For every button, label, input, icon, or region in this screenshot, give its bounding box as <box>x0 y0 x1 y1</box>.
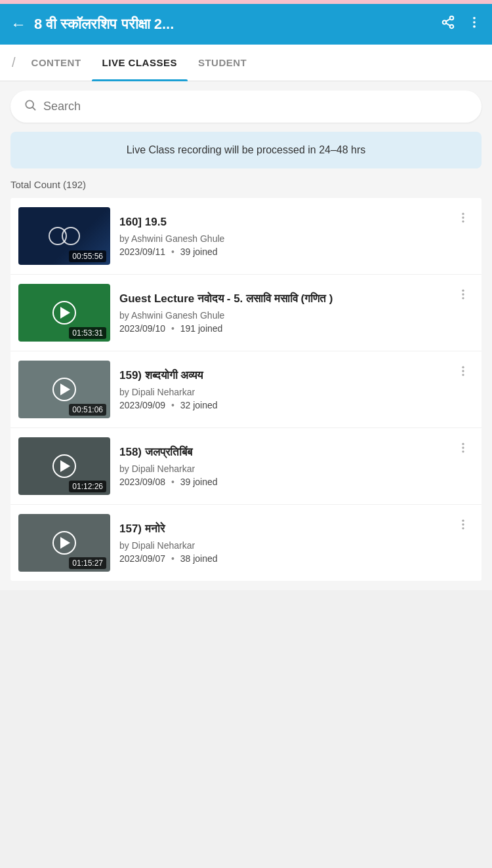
video-info: 158) जलप्रतिबिंब by Dipali Neharkar 2023… <box>119 445 443 486</box>
video-thumbnail[interactable]: 01:12:26 <box>18 437 110 495</box>
dot: • <box>171 553 174 564</box>
tab-bar: / CONTENT LIVE CLASSES STUDENT <box>0 45 492 81</box>
list-item[interactable]: 01:12:26 158) जलप्रतिबिंब by Dipali Neha… <box>10 428 482 505</box>
video-thumbnail[interactable]: 01:15:27 <box>18 514 110 572</box>
more-options-button[interactable] <box>453 515 474 538</box>
video-author: by Dipali Neharkar <box>119 540 443 551</box>
video-meta: 2023/09/10 • 191 joined <box>119 323 443 334</box>
video-joined: 39 joined <box>180 477 218 487</box>
video-title: 157) मनोरे <box>119 522 443 536</box>
tab-live-classes[interactable]: LIVE CLASSES <box>92 45 188 81</box>
play-button-icon[interactable] <box>52 301 76 325</box>
video-author: by Ashwini Ganesh Ghule <box>119 233 443 244</box>
tab-slash: / <box>7 55 21 70</box>
video-duration: 00:55:56 <box>69 250 106 262</box>
play-button-icon[interactable] <box>52 454 76 478</box>
play-triangle <box>60 537 70 549</box>
search-bar[interactable] <box>10 90 482 123</box>
info-banner: Live Class recording will be processed i… <box>10 132 482 168</box>
svg-line-3 <box>446 23 450 26</box>
video-duration: 00:51:06 <box>69 404 106 416</box>
svg-point-18 <box>462 374 464 376</box>
svg-point-6 <box>473 21 476 24</box>
no-play-icon <box>49 227 80 245</box>
video-meta: 2023/09/09 • 32 joined <box>119 400 443 410</box>
svg-point-11 <box>462 216 464 218</box>
list-item[interactable]: 01:15:27 157) मनोरे by Dipali Neharkar 2… <box>10 505 482 581</box>
main-content: Live Class recording will be processed i… <box>0 81 492 590</box>
video-duration: 01:53:31 <box>69 327 106 339</box>
more-options-button[interactable] <box>453 285 474 307</box>
dot: • <box>171 477 174 487</box>
list-item[interactable]: 00:51:06 159) शब्दयोगी अव्यय by Dipali N… <box>10 351 482 428</box>
play-button-icon[interactable] <box>52 531 76 555</box>
play-button-icon[interactable] <box>52 378 76 401</box>
svg-point-23 <box>462 523 464 525</box>
search-input[interactable] <box>43 100 468 113</box>
video-date: 2023/09/07 <box>119 553 165 564</box>
video-thumbnail[interactable]: 01:53:31 <box>18 284 110 342</box>
more-vertical-icon[interactable] <box>467 15 482 33</box>
video-author: by Ashwini Ganesh Ghule <box>119 310 443 321</box>
video-info: 159) शब्दयोगी अव्यय by Dipali Neharkar 2… <box>119 368 443 410</box>
svg-point-19 <box>462 443 464 445</box>
svg-line-9 <box>33 108 35 110</box>
tab-content[interactable]: CONTENT <box>21 45 92 81</box>
page-title: 8 वी स्कॉलरशिप परीक्षा 2... <box>34 16 433 33</box>
tab-student[interactable]: STUDENT <box>188 45 257 81</box>
video-info: 160] 19.5 by Ashwini Ganesh Ghule 2023/0… <box>119 215 443 256</box>
svg-point-16 <box>462 366 464 368</box>
list-item[interactable]: 00:55:56 160] 19.5 by Ashwini Ganesh Ghu… <box>10 198 482 275</box>
svg-point-24 <box>462 527 464 529</box>
back-button[interactable]: ← <box>10 15 26 33</box>
video-date: 2023/09/08 <box>119 477 165 487</box>
share-icon[interactable] <box>441 15 455 33</box>
dot: • <box>171 400 174 410</box>
video-duration: 01:15:27 <box>69 557 106 569</box>
video-date: 2023/09/09 <box>119 400 165 410</box>
svg-point-5 <box>473 17 476 20</box>
circle-icon-2 <box>62 227 80 245</box>
svg-point-13 <box>462 290 464 292</box>
video-date: 2023/09/11 <box>119 247 165 257</box>
more-options-button[interactable] <box>453 208 474 231</box>
top-bar-actions <box>441 15 482 33</box>
total-count: Total Count (192) <box>10 178 482 191</box>
svg-point-15 <box>462 297 464 299</box>
video-thumbnail[interactable]: 00:51:06 <box>18 361 110 418</box>
svg-point-10 <box>462 213 464 215</box>
dot: • <box>171 323 174 334</box>
play-triangle <box>60 460 70 472</box>
video-joined: 191 joined <box>180 323 223 334</box>
video-title: 158) जलप्रतिबिंब <box>119 445 443 460</box>
video-thumbnail[interactable]: 00:55:56 <box>18 207 110 265</box>
video-joined: 38 joined <box>180 553 218 564</box>
dot: • <box>171 247 174 257</box>
video-title: 160] 19.5 <box>119 215 443 229</box>
svg-point-20 <box>462 446 464 448</box>
svg-point-21 <box>462 450 464 452</box>
play-triangle <box>60 307 70 319</box>
more-options-button[interactable] <box>453 362 474 384</box>
video-meta: 2023/09/07 • 38 joined <box>119 553 443 564</box>
video-info: Guest Lecture नवोदय - 5. लसावि मसावि (गण… <box>119 292 443 333</box>
video-meta: 2023/09/11 • 39 joined <box>119 247 443 257</box>
svg-point-17 <box>462 370 464 372</box>
svg-point-7 <box>473 26 476 28</box>
video-joined: 39 joined <box>180 247 218 257</box>
video-joined: 32 joined <box>180 400 218 410</box>
svg-point-14 <box>462 293 464 295</box>
video-author: by Dipali Neharkar <box>119 387 443 397</box>
video-info: 157) मनोरे by Dipali Neharkar 2023/09/07… <box>119 522 443 563</box>
video-title: 159) शब्दयोगी अव्यय <box>119 368 443 383</box>
video-duration: 01:12:26 <box>69 481 106 492</box>
search-icon <box>24 98 37 115</box>
svg-point-22 <box>462 520 464 522</box>
more-options-button[interactable] <box>453 439 474 461</box>
video-meta: 2023/09/08 • 39 joined <box>119 477 443 487</box>
video-date: 2023/09/10 <box>119 323 165 334</box>
video-author: by Dipali Neharkar <box>119 464 443 474</box>
svg-point-12 <box>462 220 464 222</box>
top-bar: ← 8 वी स्कॉलरशिप परीक्षा 2... <box>0 4 492 45</box>
list-item[interactable]: 01:53:31 Guest Lecture नवोदय - 5. लसावि … <box>10 275 482 351</box>
